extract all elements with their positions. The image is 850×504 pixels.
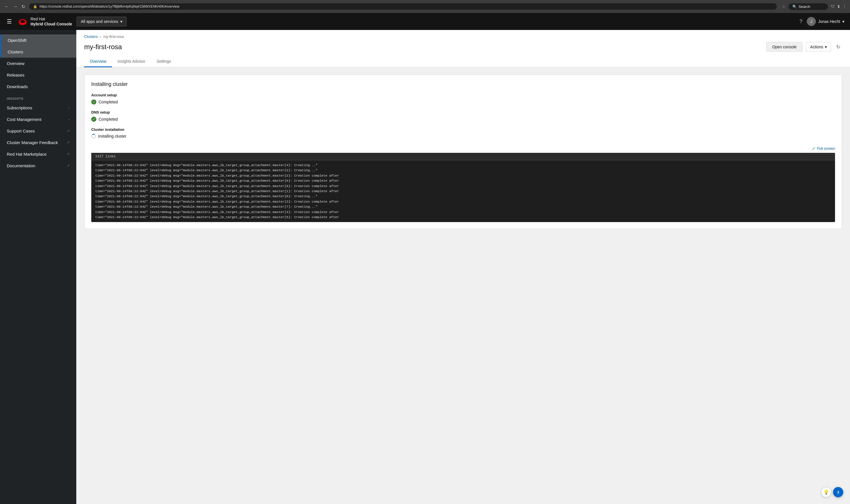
sidebar: OpenShift Clusters Overview Releases Dow… [0,30,76,504]
download-icon[interactable]: ⬇ [837,4,840,9]
external-link-icon-docs: ↗ [67,164,70,167]
sidebar-item-label-subscriptions: Subscriptions [7,105,32,110]
install-title: Installing cluster [91,82,835,87]
install-step-account-setup: Account setup ✓ Completed [91,93,835,105]
sidebar-item-documentation[interactable]: Documentation ↗ [0,160,76,172]
install-step-label-account-setup: Completed [98,100,118,104]
browser-nav-buttons: ← → ↻ [3,3,26,10]
main-content: Clusters › my-first-rosa my-first-rosa O… [76,30,850,504]
external-link-icon-feedback: ↗ [67,141,70,144]
external-link-icon-support: ↗ [67,129,70,133]
notification-badge[interactable]: 3 [833,487,843,497]
help-button[interactable]: ? [799,19,802,24]
browser-search-box[interactable]: 🔍 Search [789,3,828,10]
badge-count: 3 [837,490,839,494]
app-title-line2: Hybrid Cloud Console [31,21,72,26]
sidebar-item-support-cases[interactable]: Support Cases ↗ [0,125,76,137]
question-mark-icon: ? [799,19,802,24]
status-check-account-setup: ✓ [91,100,96,105]
app-title: Red Hat Hybrid Cloud Console [31,16,72,26]
status-check-dns-setup: ✓ [91,117,96,122]
actions-label: Actions [810,44,823,49]
sidebar-item-marketplace[interactable]: Red Hat Marketplace ↗ [0,148,76,160]
page-actions: Open console Actions ▾ ↻ [766,42,842,52]
back-button[interactable]: ← [3,3,10,10]
sidebar-item-label-cluster-feedback: Cluster Manager Feedback [7,140,58,145]
fullscreen-link[interactable]: ⤢ Full screen [91,144,835,153]
address-bar[interactable]: 🔒 https://console.redhat.com/openshift/d… [29,3,777,10]
sidebar-item-cluster-feedback[interactable]: Cluster Manager Feedback ↗ [0,137,76,148]
chevron-down-icon: ▾ [120,19,122,24]
browser-chrome: ← → ↻ 🔒 https://console.redhat.com/opens… [0,0,850,13]
install-card: Installing cluster Account setup ✓ Compl… [84,74,842,229]
lightbulb-button[interactable]: 💡 [821,487,831,497]
breadcrumb-parent-link[interactable]: Clusters [84,34,98,39]
user-menu[interactable]: J Jonas Hecht ▾ [807,17,844,26]
log-line: time="2021-09-14T08:22:04Z" level=debug … [95,173,831,178]
browser-menu-icon[interactable]: ⋮ [843,4,847,9]
lightbulb-icon: 💡 [824,490,829,495]
install-step-label-cluster-installation: Installing cluster [98,134,126,139]
install-step-status-cluster-installation: Installing cluster [91,134,835,139]
user-menu-chevron: ▾ [843,19,844,24]
sidebar-section-title: OpenShift [0,34,76,46]
open-console-button[interactable]: Open console [766,42,802,52]
log-line: time="2021-09-14T08:22:04Z" level=debug … [95,194,831,199]
breadcrumb: Clusters › my-first-rosa [84,34,842,39]
search-label: Search [799,4,810,9]
apps-dropdown-label: All apps and services [81,19,118,24]
fullscreen-icon: ⤢ [812,146,815,150]
sidebar-item-cost-management[interactable]: Cost Management › [0,113,76,125]
sidebar-item-releases[interactable]: Releases [0,69,76,81]
install-step-title-cluster-installation: Cluster installation [91,127,835,132]
log-line: time="2021-09-14T08:22:04Z" level=debug … [95,178,831,183]
extensions-icon[interactable]: 🛡 [831,4,835,9]
sidebar-insights-label: Insights [0,92,76,102]
sidebar-item-label-support-cases: Support Cases [7,128,35,133]
url-text: https://console.redhat.com/openshift/det… [39,4,179,8]
sidebar-item-label-documentation: Documentation [7,163,35,168]
log-header: 1417 lines [91,153,835,160]
content-body: Installing cluster Account setup ✓ Compl… [76,68,850,504]
header-right: ? J Jonas Hecht ▾ [799,17,844,26]
sidebar-item-clusters[interactable]: Clusters [0,46,76,58]
breadcrumb-current: my-first-rosa [104,34,124,39]
actions-chevron-icon: ▾ [825,44,827,49]
log-line-count: 1417 lines [95,155,115,159]
refresh-button[interactable]: ↻ [834,42,842,52]
log-line: time="2021-09-14T08:22:04Z" level=debug … [95,168,831,173]
sidebar-item-downloads[interactable]: Downloads [0,81,76,92]
page-title-row: my-first-rosa Open console Actions ▾ ↻ [84,42,842,52]
actions-button[interactable]: Actions ▾ [806,42,831,52]
reload-button[interactable]: ↻ [20,3,26,10]
log-line: time="2021-09-14T08:22:04Z" level=debug … [95,184,831,189]
sidebar-item-label-marketplace: Red Hat Marketplace [7,152,47,157]
sidebar-item-label-cost-management: Cost Management [7,117,41,122]
sidebar-item-overview[interactable]: Overview [0,58,76,69]
tab-overview[interactable]: Overview [84,56,112,67]
apps-dropdown-button[interactable]: All apps and services ▾ [77,17,127,26]
log-line: time="2021-09-14T08:22:04Z" level=debug … [95,204,831,209]
log-line: time="2021-09-14T08:22:04Z" level=debug … [95,163,831,168]
page-tabs: Overview Insights Advisor Settings [84,56,842,67]
bookmark-icon[interactable]: ☆ [782,4,785,9]
hamburger-menu[interactable]: ☰ [6,17,13,26]
sidebar-item-label-downloads: Downloads [7,84,28,89]
user-initial: J [811,19,812,24]
forward-button[interactable]: → [12,3,19,10]
fullscreen-label: Full screen [817,146,835,150]
sidebar-item-label-releases: Releases [7,73,24,77]
chevron-right-icon: › [68,106,70,110]
logo-area: Red Hat Hybrid Cloud Console [18,16,72,26]
log-line: time="2021-09-14T08:22:04Z" level=debug … [95,210,831,215]
page-title: my-first-rosa [84,43,122,51]
sidebar-item-subscriptions[interactable]: Subscriptions › [0,102,76,113]
sidebar-item-label-clusters: Clusters [7,50,23,54]
app-body: OpenShift Clusters Overview Releases Dow… [0,30,850,504]
tab-settings[interactable]: Settings [151,56,177,67]
install-step-status-account-setup: ✓ Completed [91,100,835,105]
browser-toolbar: 🛡 ⬇ ⋮ [831,4,847,9]
tab-insights-advisor[interactable]: Insights Advisor [112,56,151,67]
page-header: Clusters › my-first-rosa my-first-rosa O… [76,30,850,68]
log-body[interactable]: time="2021-09-14T08:22:04Z" level=debug … [91,160,835,222]
